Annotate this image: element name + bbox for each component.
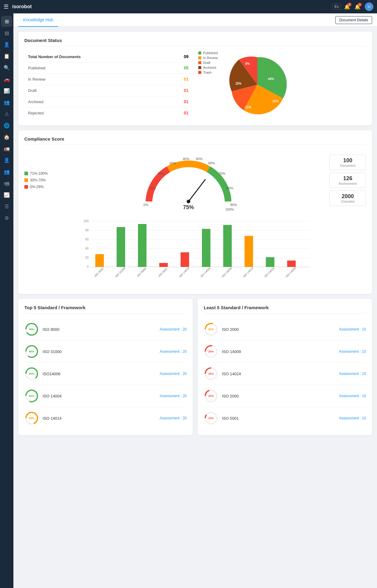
top5-title: Top 5 Standard / Framework (24, 305, 187, 313)
svg-text:90%: 90% (230, 203, 237, 207)
svg-text:22%: 22% (273, 100, 279, 103)
gauge-chart: 0% 10% 20% 30% 40% 50% 60% 70% 80% 90% 1… (54, 150, 323, 211)
standard-row-2: 85% ISO 31000 Assessment : 20 (24, 341, 187, 363)
legend-trash: Trash (198, 71, 218, 74)
svg-text:20%: 20% (158, 172, 164, 175)
svg-text:ISO 5001: ISO 5001 (158, 267, 168, 278)
svg-text:70%: 70% (219, 172, 225, 175)
least5-assessment-1: Assessment : 10 (339, 327, 366, 331)
svg-text:0%: 0% (143, 203, 148, 207)
stat-assessment-label: Assessment (337, 182, 358, 185)
legend-draft-dot (198, 61, 201, 64)
sidebar-item-profile[interactable]: 👤 (1, 155, 12, 166)
svg-text:8%: 8% (245, 62, 250, 65)
sidebar-item-alert[interactable]: ⚠ (1, 108, 12, 119)
sidebar-item-list[interactable]: ☰ (1, 201, 12, 212)
circle-81: 81% (24, 389, 39, 403)
svg-text:80%: 80% (227, 186, 233, 190)
least-row-3: 25% ISO 14024 Assessment : 15 (204, 363, 366, 385)
stat-assessment-num: 126 (337, 175, 358, 182)
sidebar-item-car[interactable]: 🚗 (1, 74, 12, 85)
top5-assessment-4: Assessment : 20 (160, 394, 187, 398)
gauge-legend-green: 71%-100% (24, 171, 48, 176)
pie-section: Published In Review Draft Archived (198, 51, 366, 119)
notification-icon[interactable]: 🔔3 (344, 4, 350, 10)
notification2-icon[interactable]: 🔔1 (354, 4, 361, 10)
least5-name-4: ISO 2000 (222, 394, 335, 398)
pie-chart: 44% 22% 11% 15% 8% (224, 51, 291, 119)
legend-inreview-dot (198, 56, 201, 59)
least-circle-30: 30% (204, 322, 218, 337)
top5-assessment-5: Assessment : 20 (160, 416, 187, 420)
top5-card: Top 5 Standard / Framework 90% ISO 9000 … (18, 299, 193, 435)
draft-value: 01 (164, 85, 192, 96)
table-row: Total Number of Documents 09 (24, 51, 192, 62)
standard-row-4: 81% ISO 14004 Assessment : 20 (24, 385, 187, 407)
sidebar-item-user[interactable]: 👤 (1, 39, 12, 50)
legend-archived-label: Archived (203, 66, 216, 69)
least-circle-28: 28% (204, 344, 218, 359)
top5-assessment-3: Assessment : 20 (160, 372, 187, 376)
stat-document-num: 100 (337, 157, 358, 164)
circle-label-63: 63% (29, 372, 34, 375)
legend-draft: Draft (198, 61, 218, 65)
sidebar-item-doc[interactable]: 📋 (1, 51, 12, 61)
sidebar-item-users[interactable]: 👥 (1, 97, 12, 108)
svg-point-6 (187, 200, 190, 203)
table-row: In Review 01 (24, 74, 192, 85)
least-circle-20: 20% (204, 389, 218, 403)
main-content: Knowledge Hub Document Details Document … (13, 13, 377, 588)
rejected-label: Rejected (24, 107, 164, 119)
gauge-label-yellow: 30%-70% (30, 178, 46, 182)
sidebar-item-home[interactable]: ⊞ (1, 16, 12, 27)
hamburger-icon[interactable]: ☰ (4, 3, 9, 10)
sidebar-item-video[interactable]: 📹 (1, 178, 12, 189)
sidebar-item-chart[interactable]: 📊 (1, 85, 12, 96)
app-logo: isorobot (12, 4, 332, 9)
avatar[interactable]: U (365, 2, 373, 11)
published-label: Published (24, 62, 164, 74)
least5-assessment-3: Assessment : 15 (339, 372, 366, 376)
tab-knowledge-hub[interactable]: Knowledge Hub (18, 13, 58, 27)
least5-name-5: ISO 5001 (222, 416, 335, 421)
svg-text:ISO 2000: ISO 2000 (94, 267, 104, 278)
doc-status-layout: Total Number of Documents 09 Published 0… (24, 51, 366, 119)
least5-name-1: ISO 2000 (222, 327, 335, 332)
sidebar-item-grid[interactable]: ▤ (1, 27, 12, 38)
legend-inreview-label: In Review (203, 56, 218, 60)
circle-63: 63% (24, 366, 39, 381)
gauge-dot-red (24, 185, 28, 189)
document-status-card: Document Status Total Number of Document… (18, 32, 372, 125)
sidebar-item-team[interactable]: 👥 (1, 166, 12, 177)
lang-button[interactable]: En (332, 4, 341, 10)
svg-text:80: 80 (85, 229, 89, 232)
gauge-stats: 100 Document 126 Assessment 2000 Checkli… (329, 155, 366, 206)
sidebar-item-hierarchy[interactable]: 📈 (1, 189, 12, 200)
svg-text:44%: 44% (268, 77, 274, 81)
legend-published-label: Published (203, 51, 218, 55)
svg-text:ISO 31000: ISO 31000 (115, 267, 126, 278)
svg-text:75%: 75% (183, 204, 194, 210)
svg-text:100%: 100% (225, 208, 234, 211)
page-body: Document Status Total Number of Document… (13, 27, 377, 445)
least-circle-label-28: 28% (208, 350, 214, 353)
top5-assessment-1: Assessment : 20 (160, 327, 187, 331)
svg-text:30%: 30% (169, 161, 176, 165)
sidebar-item-settings[interactable]: ⚙ (1, 212, 12, 223)
svg-rect-34 (138, 224, 146, 267)
least-circle-label-10: 10% (208, 417, 214, 420)
gauge-dot-yellow (24, 178, 28, 182)
document-details-button[interactable]: Document Details (335, 16, 372, 24)
gauge-legend: 71%-100% 30%-70% 0%-29% (24, 171, 48, 189)
sidebar-item-search[interactable]: 🔍 (1, 62, 12, 73)
nav-right: En 🔔3 🔔1 U (332, 2, 373, 11)
sidebar-item-globe[interactable]: 🌐 (1, 120, 12, 131)
svg-text:ISO 14009: ISO 14009 (285, 267, 296, 278)
least5-card: Least 5 Standard / Framework 30% ISO 200… (198, 299, 372, 435)
sidebar-item-truck[interactable]: 🚛 (1, 143, 12, 154)
notification2-badge: 1 (358, 3, 362, 6)
circle-label-69: 69% (29, 417, 34, 420)
bar-chart-svg: 100 80 60 40 20 0 (24, 217, 366, 287)
sidebar-item-house[interactable]: 🏠 (1, 131, 12, 142)
svg-line-5 (188, 180, 205, 201)
